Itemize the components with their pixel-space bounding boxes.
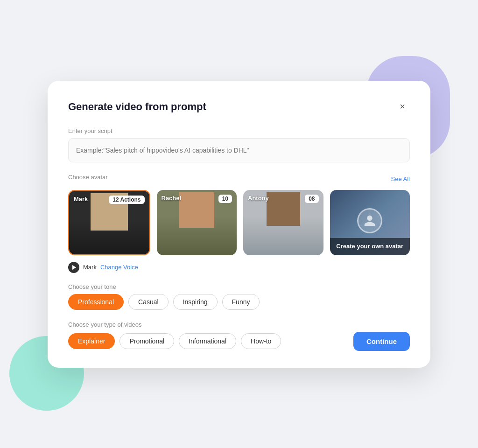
tone-btn-funny[interactable]: Funny <box>222 294 260 310</box>
play-button[interactable] <box>68 262 79 273</box>
tone-section-label: Choose your tone <box>68 283 410 290</box>
modal-title: Generate video from prompt <box>68 101 206 113</box>
create-avatar-icon <box>357 208 382 233</box>
type-btn-informational[interactable]: Informational <box>179 333 236 349</box>
create-avatar-overlay: Create your own avatar <box>330 238 410 255</box>
script-label: Enter your script <box>68 127 410 134</box>
avatar-card-antony[interactable]: Antony 08 <box>243 190 323 255</box>
script-input[interactable] <box>68 138 410 162</box>
video-type-row: Explainer Promotional Informational How-… <box>68 332 410 351</box>
tone-buttons: Professional Casual Inspiring Funny <box>68 294 410 310</box>
tone-btn-casual[interactable]: Casual <box>128 294 169 310</box>
type-btn-explainer[interactable]: Explainer <box>68 333 115 349</box>
avatar-badge-antony: 08 <box>305 195 318 203</box>
change-voice-link[interactable]: Change Voice <box>100 264 138 271</box>
tone-btn-professional[interactable]: Professional <box>68 294 124 310</box>
close-button[interactable]: × <box>395 99 410 114</box>
avatar-name-mark: Mark <box>74 196 88 203</box>
avatar-badge-rachel: 10 <box>218 195 232 203</box>
person-icon <box>363 214 376 227</box>
see-all-link[interactable]: See All <box>391 175 410 182</box>
tone-btn-inspiring[interactable]: Inspiring <box>173 294 218 310</box>
avatar-header: Choose avatar See All <box>68 174 410 184</box>
avatar-card-rachel[interactable]: Rachel 10 <box>157 190 237 255</box>
continue-button[interactable]: Continue <box>353 332 410 351</box>
voice-avatar-name: Mark <box>83 264 97 271</box>
avatar-section-label: Choose avatar <box>68 174 108 181</box>
avatar-grid: Mark 12 Actions Rachel 10 Antony 08 <box>68 190 410 255</box>
video-type-section-label: Choose your type of videos <box>68 321 410 328</box>
video-type-buttons: Explainer Promotional Informational How-… <box>68 333 281 349</box>
avatar-card-create[interactable]: Create your own avatar <box>330 190 410 255</box>
type-btn-howto[interactable]: How-to <box>241 333 281 349</box>
modal-header: Generate video from prompt × <box>68 99 410 114</box>
avatar-card-mark[interactable]: Mark 12 Actions <box>68 190 150 255</box>
voice-row: Mark Change Voice <box>68 262 410 273</box>
avatar-name-rachel: Rachel <box>162 195 182 202</box>
generate-video-modal: Generate video from prompt × Enter your … <box>48 81 430 368</box>
type-btn-promotional[interactable]: Promotional <box>120 333 174 349</box>
avatar-badge-mark: 12 Actions <box>109 196 144 204</box>
avatar-name-antony: Antony <box>248 195 269 202</box>
